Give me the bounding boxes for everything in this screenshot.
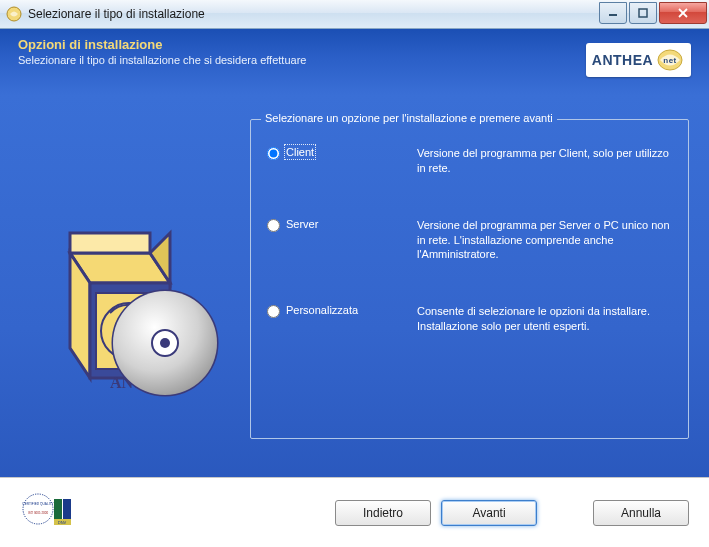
window-title: Selezionare il tipo di installazione xyxy=(28,7,597,21)
header-subtitle: Selezionare il tipo di installazione che… xyxy=(18,54,586,66)
svg-rect-20 xyxy=(54,499,62,519)
window-controls xyxy=(597,2,707,22)
close-button[interactable] xyxy=(659,2,707,24)
option-custom-desc: Consente di selezionare le opzioni da in… xyxy=(417,304,672,334)
svg-point-17 xyxy=(160,338,170,348)
svg-rect-21 xyxy=(63,499,71,519)
option-custom-row: Personalizzata Consente di selezionare l… xyxy=(267,304,672,334)
brand-swirl-icon: net xyxy=(655,47,685,73)
svg-text:DNV: DNV xyxy=(58,520,67,525)
brand-suffix-text: net xyxy=(663,56,677,65)
svg-rect-1 xyxy=(609,14,617,16)
option-custom-label[interactable]: Personalizzata xyxy=(286,304,358,316)
body-area: ANT Selezionare un opzione per l'install… xyxy=(0,95,709,485)
option-client-row: Client Versione del programma per Client… xyxy=(267,146,672,176)
option-client-label[interactable]: Client xyxy=(286,146,314,158)
brand-logo: ANTHEA net xyxy=(586,43,691,77)
certification-logo: CERTIFIED QUALITY DNV ISO 9001:2000 xyxy=(20,491,76,535)
option-custom-radio[interactable] xyxy=(267,305,280,318)
titlebar: Selezionare il tipo di installazione xyxy=(0,0,709,29)
header-title: Opzioni di installazione xyxy=(18,37,586,52)
svg-text:ISO 9001:2000: ISO 9001:2000 xyxy=(28,511,49,515)
option-server-row: Server Versione del programma per Server… xyxy=(267,218,672,263)
back-button[interactable]: Indietro xyxy=(335,500,431,526)
maximize-button[interactable] xyxy=(629,2,657,24)
header-band: Opzioni di installazione Selezionare il … xyxy=(0,29,709,95)
option-server-desc: Versione del programma per Server o PC u… xyxy=(417,218,672,263)
footer-bar: CERTIFIED QUALITY DNV ISO 9001:2000 Indi… xyxy=(0,477,709,547)
header-text: Opzioni di installazione Selezionare il … xyxy=(18,37,586,95)
cancel-button[interactable]: Annulla xyxy=(593,500,689,526)
box-disc-icon: ANT xyxy=(40,193,230,403)
close-icon xyxy=(677,8,689,18)
minimize-icon xyxy=(608,8,618,18)
installer-artwork: ANT xyxy=(20,111,250,485)
installer-window: Selezionare il tipo di installazione Opz… xyxy=(0,0,709,547)
group-legend: Selezionare un opzione per l'installazio… xyxy=(261,112,557,124)
option-client-radio[interactable] xyxy=(267,147,280,160)
svg-point-18 xyxy=(23,494,53,524)
svg-rect-2 xyxy=(639,9,647,17)
option-client-desc: Versione del programma per Client, solo … xyxy=(417,146,672,176)
option-server-label[interactable]: Server xyxy=(286,218,318,230)
app-icon xyxy=(6,6,22,22)
next-button[interactable]: Avanti xyxy=(441,500,537,526)
minimize-button[interactable] xyxy=(599,2,627,24)
install-type-group: Selezionare un opzione per l'installazio… xyxy=(250,119,689,439)
svg-text:CERTIFIED QUALITY: CERTIFIED QUALITY xyxy=(22,502,54,506)
option-server-radio[interactable] xyxy=(267,219,280,232)
maximize-icon xyxy=(638,8,648,18)
svg-marker-7 xyxy=(70,233,150,253)
brand-main-text: ANTHEA xyxy=(592,52,653,68)
